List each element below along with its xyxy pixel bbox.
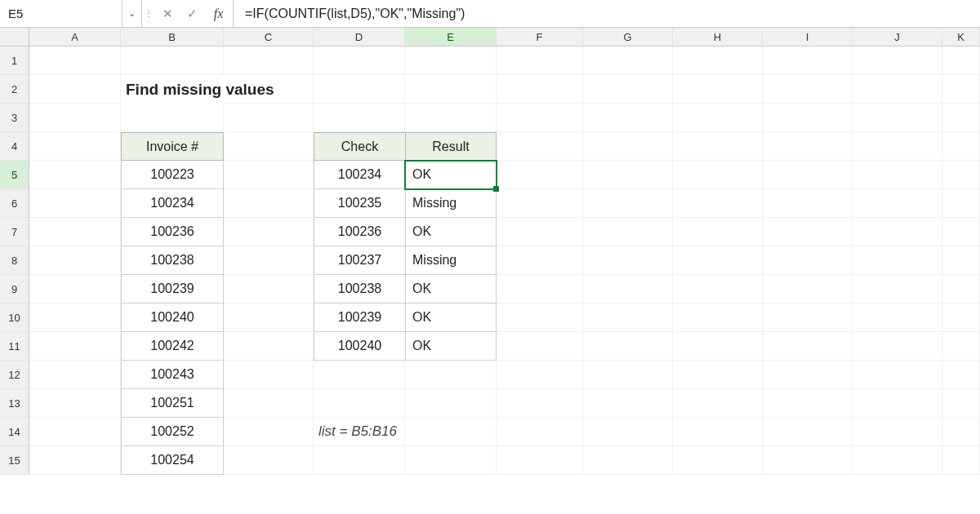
result-value[interactable]: Missing	[405, 189, 497, 218]
invoice-value[interactable]: 100243	[121, 361, 224, 389]
row-header-15[interactable]: 15	[0, 446, 29, 475]
cell-K8[interactable]	[942, 246, 980, 275]
result-value[interactable]: OK	[405, 275, 497, 304]
cell-H3[interactable]	[673, 104, 763, 132]
row-header-12[interactable]: 12	[0, 361, 29, 389]
cell-I5[interactable]	[763, 161, 853, 189]
cell-G2[interactable]	[583, 75, 673, 104]
cell-J4[interactable]	[853, 132, 942, 161]
col-header-H[interactable]: H	[673, 28, 763, 46]
cell-C9[interactable]	[224, 275, 314, 304]
cell-G4[interactable]	[583, 132, 673, 161]
cell-F15[interactable]	[497, 446, 583, 475]
cell-A8[interactable]	[29, 246, 121, 275]
row-header-10[interactable]: 10	[0, 304, 29, 332]
cell-E1[interactable]	[405, 47, 497, 75]
cell-F2[interactable]	[497, 75, 583, 104]
cell-H15[interactable]	[673, 446, 763, 475]
cell-I6[interactable]	[763, 189, 853, 218]
cell-H4[interactable]	[673, 132, 763, 161]
invoice-value[interactable]: 100234	[121, 189, 224, 218]
cell-B3[interactable]	[121, 104, 224, 132]
row-header-4[interactable]: 4	[0, 132, 29, 161]
cell-A10[interactable]	[29, 304, 121, 332]
invoice-value[interactable]: 100236	[121, 218, 224, 246]
col-header-I[interactable]: I	[763, 28, 853, 46]
cell-J3[interactable]	[853, 104, 942, 132]
named-range-note[interactable]: list = B5:B16	[314, 418, 405, 446]
col-header-C[interactable]: C	[224, 28, 314, 46]
cell-C13[interactable]	[224, 389, 314, 418]
cell-F3[interactable]	[497, 104, 583, 132]
select-all-corner[interactable]	[0, 28, 29, 46]
cell-F11[interactable]	[497, 332, 583, 361]
cell-D15[interactable]	[314, 446, 405, 475]
cell-G11[interactable]	[583, 332, 673, 361]
result-value[interactable]: Missing	[405, 246, 497, 275]
col-header-A[interactable]: A	[29, 28, 121, 46]
row-header-7[interactable]: 7	[0, 218, 29, 246]
check-value[interactable]: 100237	[314, 246, 405, 275]
cell-H6[interactable]	[673, 189, 763, 218]
cell-C7[interactable]	[224, 218, 314, 246]
cell-J9[interactable]	[853, 275, 942, 304]
cell-D12[interactable]	[314, 361, 405, 389]
cell-E13[interactable]	[405, 389, 497, 418]
cell-I11[interactable]	[763, 332, 853, 361]
col-header-D[interactable]: D	[314, 28, 405, 46]
check-value[interactable]: 100234	[314, 161, 405, 189]
cell-G7[interactable]	[583, 218, 673, 246]
invoice-value[interactable]: 100251	[121, 389, 224, 418]
cell-F8[interactable]	[497, 246, 583, 275]
cell-H11[interactable]	[673, 332, 763, 361]
col-header-B[interactable]: B	[121, 28, 224, 46]
cell-G8[interactable]	[583, 246, 673, 275]
invoice-value[interactable]: 100254	[121, 446, 224, 475]
cell-K15[interactable]	[942, 446, 980, 475]
cell-H2[interactable]	[673, 75, 763, 104]
cell-G12[interactable]	[583, 361, 673, 389]
cell-J8[interactable]	[853, 246, 942, 275]
result-value[interactable]: OK	[405, 304, 497, 332]
cell-K11[interactable]	[942, 332, 980, 361]
cell-K5[interactable]	[942, 161, 980, 189]
cell-H5[interactable]	[673, 161, 763, 189]
cell-H9[interactable]	[673, 275, 763, 304]
cell-A4[interactable]	[29, 132, 121, 161]
cell-F14[interactable]	[497, 418, 583, 446]
cell-K3[interactable]	[942, 104, 980, 132]
row-header-11[interactable]: 11	[0, 332, 29, 361]
cell-A3[interactable]	[29, 104, 121, 132]
page-title[interactable]: Find missing values	[121, 75, 224, 104]
confirm-button[interactable]: ✓	[180, 0, 204, 27]
cell-H13[interactable]	[673, 389, 763, 418]
cell-C10[interactable]	[224, 304, 314, 332]
cell-K12[interactable]	[942, 361, 980, 389]
cell-G6[interactable]	[583, 189, 673, 218]
invoice-header[interactable]: Invoice #	[121, 132, 224, 161]
cell-I3[interactable]	[763, 104, 853, 132]
cell-E12[interactable]	[405, 361, 497, 389]
col-header-K[interactable]: K	[942, 28, 980, 46]
result-header[interactable]: Result	[405, 132, 497, 161]
row-header-8[interactable]: 8	[0, 246, 29, 275]
cell-E15[interactable]	[405, 446, 497, 475]
invoice-value[interactable]: 100239	[121, 275, 224, 304]
row-header-9[interactable]: 9	[0, 275, 29, 304]
cell-G15[interactable]	[583, 446, 673, 475]
cell-D3[interactable]	[314, 104, 405, 132]
cell-A2[interactable]	[29, 75, 121, 104]
check-value[interactable]: 100238	[314, 275, 405, 304]
cell-C8[interactable]	[224, 246, 314, 275]
check-value[interactable]: 100235	[314, 189, 405, 218]
cell-H8[interactable]	[673, 246, 763, 275]
cell-H10[interactable]	[673, 304, 763, 332]
cell-K1[interactable]	[942, 47, 980, 75]
cell-K14[interactable]	[942, 418, 980, 446]
cell-A15[interactable]	[29, 446, 121, 475]
invoice-value[interactable]: 100242	[121, 332, 224, 361]
cell-E2[interactable]	[405, 75, 497, 104]
cell-A11[interactable]	[29, 332, 121, 361]
cell-J11[interactable]	[853, 332, 942, 361]
name-box[interactable]: E5	[0, 0, 122, 27]
